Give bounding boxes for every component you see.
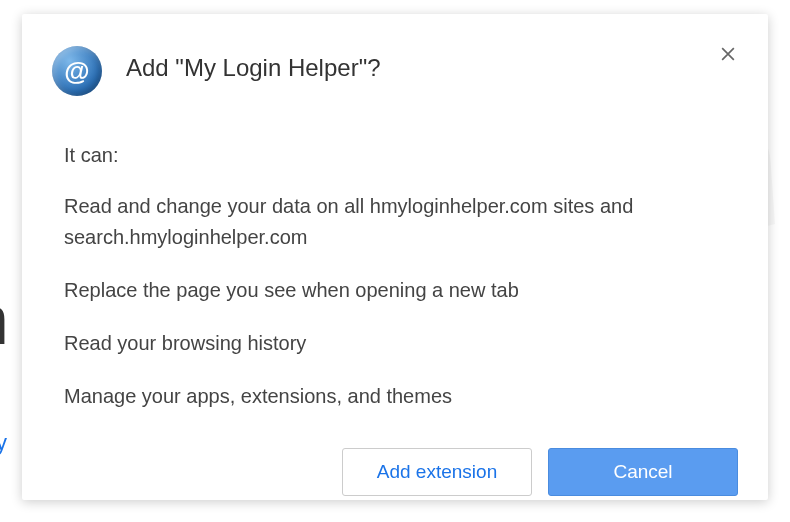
permission-item: Read and change your data on all hmylogi… [64,191,738,253]
close-icon [718,44,738,64]
at-sign-icon: @ [64,56,89,87]
permission-item: Replace the page you see when opening a … [64,275,738,306]
extension-icon: @ [52,46,102,96]
cancel-button[interactable]: Cancel [548,448,738,496]
background-heading-fragment: n [0,280,9,360]
close-button[interactable] [714,40,742,68]
permission-item: Manage your apps, extensions, and themes [64,381,738,412]
permissions-intro: It can: [64,144,738,167]
dialog-actions: Add extension Cancel [64,448,738,496]
dialog-header: @ Add "My Login Helper"? [52,44,738,96]
extension-install-dialog: @ Add "My Login Helper"? It can: Read an… [22,14,768,500]
dialog-title: Add "My Login Helper"? [126,44,690,82]
add-extension-button[interactable]: Add extension [342,448,532,496]
permission-item: Read your browsing history [64,328,738,359]
background-link-fragment: ty [0,430,7,456]
dialog-content: It can: Read and change your data on all… [52,144,738,496]
